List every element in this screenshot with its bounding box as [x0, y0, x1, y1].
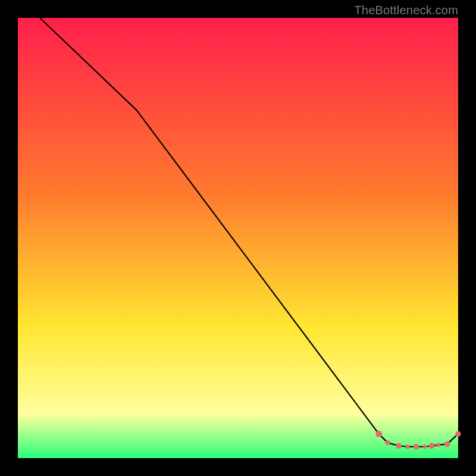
highlight-dots-group: [375, 431, 461, 450]
highlight-dot: [423, 444, 427, 449]
highlight-dot: [386, 440, 390, 445]
bottleneck-curve-line: [40, 18, 458, 447]
highlight-dot: [456, 431, 461, 437]
highlight-dot: [444, 441, 450, 447]
data-overlay: [18, 18, 458, 458]
chart-stage: TheBottleneck.com: [0, 0, 476, 476]
highlight-dot: [375, 431, 382, 437]
highlight-dot: [405, 444, 409, 449]
highlight-dot: [414, 444, 419, 450]
highlight-dot: [436, 443, 440, 447]
highlight-dot: [396, 443, 402, 449]
watermark-text: TheBottleneck.com: [354, 4, 458, 17]
highlight-dot: [429, 443, 435, 449]
